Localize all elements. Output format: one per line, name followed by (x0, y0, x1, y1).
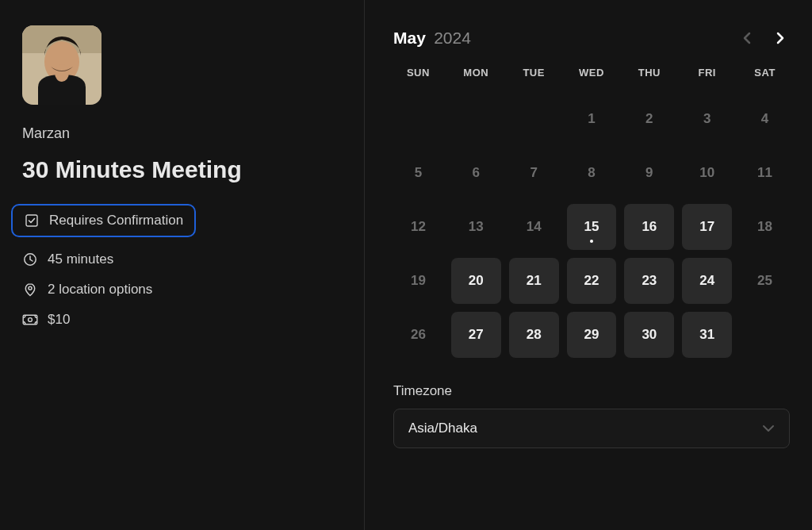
duration-row: 45 minutes (22, 252, 342, 267)
meeting-info-panel: Marzan 30 Minutes Meeting Requires Confi… (0, 0, 365, 530)
day-of-week-header: TUE (509, 67, 559, 88)
calendar-day[interactable]: 29 (567, 312, 617, 358)
calendar-day: 9 (624, 150, 674, 196)
calendar-day: 14 (509, 204, 559, 250)
next-month-button[interactable] (771, 29, 790, 48)
timezone-label: Timezone (393, 383, 790, 399)
price-row: $10 (22, 312, 342, 328)
confirmation-check-icon (24, 213, 40, 229)
calendar-month-year: May 2024 (393, 29, 471, 48)
host-avatar (22, 25, 102, 105)
day-of-week-header: WED (567, 67, 617, 88)
calendar-day: 12 (393, 204, 443, 250)
calendar-day: 8 (567, 150, 617, 196)
svg-point-6 (29, 286, 32, 290)
calendar-day: 10 (682, 150, 732, 196)
calendar-day[interactable]: 28 (509, 312, 559, 358)
day-of-week-header: THU (624, 67, 674, 88)
money-icon (22, 312, 38, 328)
calendar-day: 1 (567, 96, 617, 142)
clock-icon (22, 252, 38, 267)
day-of-week-header: FRI (682, 67, 732, 88)
calendar-day: 26 (393, 312, 443, 358)
calendar-day: 3 (682, 96, 732, 142)
calendar-day: 5 (393, 150, 443, 196)
svg-rect-4 (26, 215, 37, 226)
calendar-day: 7 (509, 150, 559, 196)
chevron-down-icon (762, 421, 775, 436)
svg-point-3 (55, 64, 69, 82)
calendar-day[interactable]: 22 (567, 258, 617, 304)
calendar-day: 25 (740, 258, 790, 304)
svg-point-8 (29, 318, 33, 322)
requires-confirmation-badge: Requires Confirmation (11, 204, 196, 237)
calendar-day[interactable]: 17 (682, 204, 732, 250)
prev-month-button[interactable] (737, 29, 756, 48)
calendar-day[interactable]: 30 (624, 312, 674, 358)
calendar-day[interactable]: 24 (682, 258, 732, 304)
calendar-day: 13 (451, 204, 501, 250)
calendar-day: 4 (740, 96, 790, 142)
price-label: $10 (48, 312, 70, 328)
calendar-day[interactable]: 16 (624, 204, 674, 250)
day-of-week-header: SAT (740, 67, 790, 88)
calendar-header: May 2024 (393, 29, 790, 48)
calendar-grid: SUNMONTUEWEDTHUFRISAT1234567891011121314… (393, 67, 790, 358)
day-of-week-header: SUN (393, 67, 443, 88)
host-name: Marzan (22, 125, 342, 142)
calendar-day[interactable]: 20 (451, 258, 501, 304)
duration-label: 45 minutes (48, 252, 113, 267)
confirmation-label: Requires Confirmation (49, 213, 183, 229)
timezone-selected: Asia/Dhaka (408, 421, 477, 436)
calendar-day[interactable]: 21 (509, 258, 559, 304)
calendar-day: 11 (740, 150, 790, 196)
calendar-day[interactable]: 15 (567, 204, 617, 250)
location-label: 2 location options (48, 282, 152, 298)
calendar-panel: May 2024 SUNMONTUEWEDTHUFRISAT1234567891… (365, 0, 812, 530)
calendar-day: 18 (740, 204, 790, 250)
calendar-day: 19 (393, 258, 443, 304)
meeting-title: 30 Minutes Meeting (22, 156, 342, 183)
calendar-day[interactable]: 27 (451, 312, 501, 358)
calendar-day[interactable]: 23 (624, 258, 674, 304)
calendar-day: 2 (624, 96, 674, 142)
location-pin-icon (22, 282, 38, 298)
location-row: 2 location options (22, 282, 342, 298)
calendar-day[interactable]: 31 (682, 312, 732, 358)
calendar-month: May (393, 29, 426, 47)
calendar-day: 6 (451, 150, 501, 196)
day-of-week-header: MON (451, 67, 501, 88)
timezone-select[interactable]: Asia/Dhaka (393, 409, 790, 448)
